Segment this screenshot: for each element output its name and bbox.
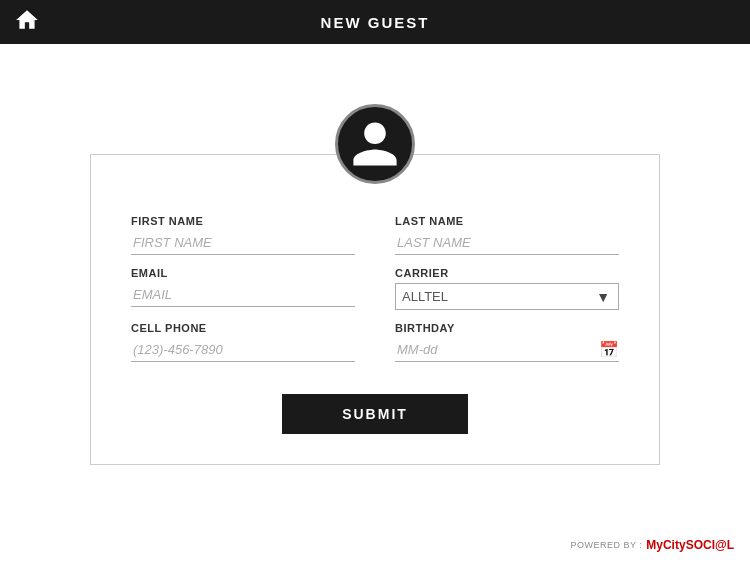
birthday-group: BIRTHDAY 📅 bbox=[395, 322, 619, 362]
main-content: FIRST NAME LAST NAME EMAIL CARRIER ALLTE… bbox=[0, 44, 750, 562]
first-name-label: FIRST NAME bbox=[131, 215, 355, 227]
powered-by-text: POWERED BY : bbox=[570, 540, 642, 550]
submit-button[interactable]: SUBMIT bbox=[282, 394, 468, 434]
brand-suffix: SOCI@L bbox=[686, 538, 734, 552]
carrier-group: CARRIER ALLTEL AT&T Verizon T-Mobile Spr… bbox=[395, 267, 619, 310]
footer: POWERED BY : MyCitySOCI@L bbox=[570, 538, 734, 552]
last-name-group: LAST NAME bbox=[395, 215, 619, 255]
last-name-label: LAST NAME bbox=[395, 215, 619, 227]
email-group: EMAIL bbox=[131, 267, 355, 310]
email-label: EMAIL bbox=[131, 267, 355, 279]
birthday-input[interactable] bbox=[395, 338, 599, 361]
email-input[interactable] bbox=[131, 283, 355, 307]
first-name-input[interactable] bbox=[131, 231, 355, 255]
page-title: NEW GUEST bbox=[321, 14, 430, 31]
carrier-select[interactable]: ALLTEL AT&T Verizon T-Mobile Sprint bbox=[396, 284, 618, 309]
form-card: FIRST NAME LAST NAME EMAIL CARRIER ALLTE… bbox=[90, 154, 660, 465]
home-button[interactable] bbox=[14, 7, 40, 37]
brand-name: MyCitySOCI@L bbox=[646, 538, 734, 552]
cell-phone-input[interactable] bbox=[131, 338, 355, 362]
avatar-circle bbox=[335, 104, 415, 184]
form-grid: FIRST NAME LAST NAME EMAIL CARRIER ALLTE… bbox=[131, 215, 619, 434]
top-bar: NEW GUEST bbox=[0, 0, 750, 44]
cell-phone-group: CELL PHONE bbox=[131, 322, 355, 362]
brand-prefix: MyCity bbox=[646, 538, 685, 552]
carrier-wrapper: ALLTEL AT&T Verizon T-Mobile Sprint ▼ bbox=[395, 283, 619, 310]
last-name-input[interactable] bbox=[395, 231, 619, 255]
carrier-label: CARRIER bbox=[395, 267, 619, 279]
avatar bbox=[335, 104, 415, 184]
birthday-label: BIRTHDAY bbox=[395, 322, 619, 334]
first-name-group: FIRST NAME bbox=[131, 215, 355, 255]
birthday-wrapper: 📅 bbox=[395, 338, 619, 362]
cell-phone-label: CELL PHONE bbox=[131, 322, 355, 334]
submit-row: SUBMIT bbox=[131, 394, 619, 434]
calendar-icon: 📅 bbox=[599, 340, 619, 359]
